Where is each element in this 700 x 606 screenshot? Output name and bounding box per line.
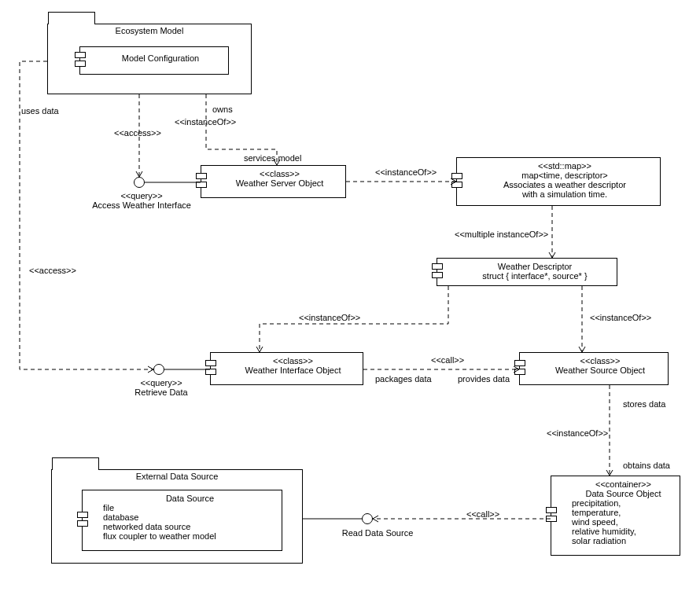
title: Weather Source Object (537, 365, 663, 375)
l3: networked data source (103, 522, 277, 531)
edge-label: <<multiple instanceOf>> (455, 230, 548, 239)
title: Data Source (103, 494, 277, 503)
stereo: <<class>> (537, 356, 663, 365)
title: Weather Interface Object (228, 365, 358, 375)
l3: wind speed, (572, 517, 675, 527)
title: Weather Descriptor (458, 262, 612, 271)
stereo: <<container>> (572, 479, 675, 489)
interface-access-weather (134, 177, 145, 188)
component-title: Model Configuration (98, 53, 223, 63)
interface-label: <<query>> Retrieve Data (118, 378, 204, 397)
edge-label: <<access>> (114, 128, 161, 138)
edge-label: <<instanceOf>> (590, 313, 651, 322)
component-weather-source: <<class>> Weather Source Object (519, 352, 669, 385)
component-model-configuration: Model Configuration (79, 46, 229, 75)
edge-label: packages data (375, 374, 432, 384)
component-std-map: <<std::map>> map<time, descriptor> Assoc… (456, 157, 661, 206)
l5: solar radiation (572, 536, 675, 545)
edge-label: <<call>> (466, 509, 499, 519)
title: Weather Server Object (219, 178, 341, 188)
l2: database (103, 512, 277, 522)
l1: precipitation, (572, 498, 675, 508)
edge-label: obtains data (623, 461, 670, 470)
edge-label: <<instanceOf>> (299, 313, 360, 322)
edge-label: <<instanceOf>> (175, 117, 236, 127)
edge-label: <<instanceOf>> (375, 167, 437, 177)
interface-read-data-source (362, 513, 373, 524)
package-tab (52, 457, 99, 470)
interface-label: Read Data Source (330, 528, 425, 538)
package-tab (48, 12, 95, 24)
interface-label: <<query>> Access Weather Interface (83, 191, 201, 210)
stereo: <<class>> (219, 169, 341, 178)
package-title: External Data Source (52, 472, 302, 481)
stereo: <<class>> (228, 356, 358, 365)
l1: map<time, descriptor> (474, 171, 655, 180)
edge-label: provides data (458, 374, 510, 384)
l1: file (103, 503, 277, 512)
edge-label: uses data (21, 106, 59, 116)
component-data-source: Data Source file database networked data… (82, 490, 282, 551)
diagram-canvas: Ecosystem Model Model Configuration <<qu… (0, 0, 700, 606)
stereo: <<std::map>> (474, 161, 655, 171)
sub: struct { interface*, source* } (458, 271, 612, 281)
component-data-source-object: <<container>> Data Source Object precipi… (551, 476, 680, 556)
edge-label: <<instanceOf>> (547, 428, 608, 438)
edge-label: services model (244, 153, 301, 163)
component-weather-server: <<class>> Weather Server Object (201, 165, 346, 198)
package-ecosystem: Ecosystem Model Model Configuration (47, 24, 252, 94)
edge-label: <<call>> (431, 355, 464, 365)
component-weather-descriptor: Weather Descriptor struct { interface*, … (437, 258, 617, 286)
interface-retrieve-data (153, 364, 164, 375)
l2: temperature, (572, 508, 675, 517)
edge-label: <<access>> (29, 266, 76, 275)
l4: flux coupler to weather model (103, 531, 277, 541)
title: Data Source Object (572, 489, 675, 498)
l2: Associates a weather descriptor (474, 180, 655, 189)
l4: relative humidity, (572, 527, 675, 536)
package-external: External Data Source Data Source file da… (51, 469, 303, 564)
component-weather-interface: <<class>> Weather Interface Object (210, 352, 363, 385)
edge-label: stores data (623, 399, 665, 409)
package-title: Ecosystem Model (48, 26, 251, 35)
l3: with a simulation time. (474, 189, 655, 199)
edge-label: owns (212, 105, 233, 114)
